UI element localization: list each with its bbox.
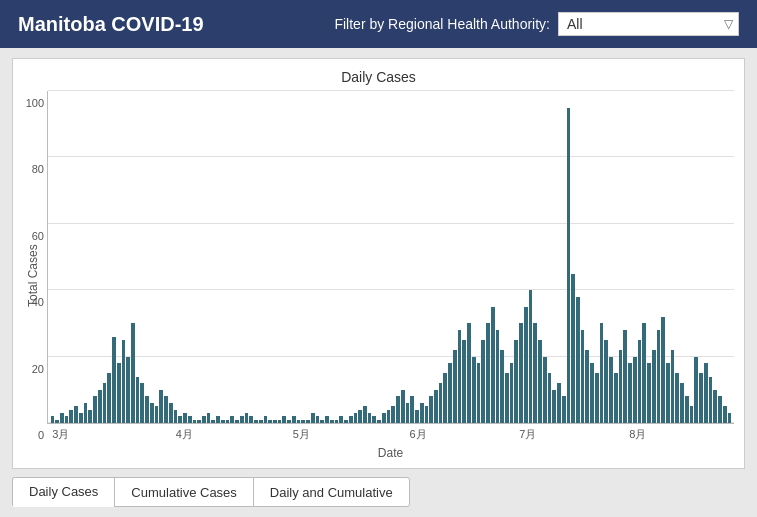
bar [344, 420, 348, 423]
bar [557, 383, 561, 423]
bar [481, 340, 485, 423]
bar [363, 406, 367, 423]
bar [477, 363, 481, 423]
bar [202, 416, 206, 423]
bar [533, 323, 537, 423]
bar [425, 406, 429, 423]
bar [505, 373, 509, 423]
y-tick-label: 80 [20, 163, 44, 175]
bar [661, 317, 665, 423]
bar [496, 330, 500, 423]
bar [652, 350, 656, 423]
bar [240, 416, 244, 423]
bar [249, 416, 253, 423]
x-tick-label: 7月 [519, 427, 536, 442]
bar [638, 340, 642, 423]
bar [292, 416, 296, 423]
bar [259, 420, 263, 423]
bar [406, 403, 410, 423]
bar [188, 416, 192, 423]
bar [401, 390, 405, 423]
bar [382, 413, 386, 423]
app-container: Manitoba COVID-19 Filter by Regional Hea… [0, 0, 757, 517]
bar [623, 330, 627, 423]
bar [164, 396, 168, 423]
bar [150, 403, 154, 423]
bar [93, 396, 97, 423]
bar [704, 363, 708, 423]
bar [396, 396, 400, 423]
bar [448, 363, 452, 423]
bar [510, 363, 514, 423]
bar [273, 420, 277, 423]
bar [65, 416, 69, 423]
bars-container [48, 91, 734, 423]
bar [694, 357, 698, 423]
bar [434, 390, 438, 423]
bar [377, 420, 381, 423]
bar [178, 416, 182, 423]
bar [278, 420, 282, 423]
bar [112, 337, 116, 423]
bar [349, 416, 353, 423]
bar [472, 357, 476, 423]
bar [155, 406, 159, 423]
bar [245, 413, 249, 423]
app-title: Manitoba COVID-19 [18, 13, 204, 36]
bar [590, 363, 594, 423]
bar [709, 377, 713, 423]
chart-plot: 020406080100 [47, 91, 734, 424]
tab-cumulative[interactable]: Cumulative Cases [114, 477, 254, 507]
bar [169, 403, 173, 423]
bar [619, 350, 623, 423]
bar [699, 373, 703, 423]
bar [282, 416, 286, 423]
bar [718, 396, 722, 423]
bar [486, 323, 490, 423]
chart-area: Total Cases 020406080100 3月4月5月6月7月8月 Da… [23, 91, 734, 460]
bar [84, 403, 88, 423]
tab-daily-cumulative[interactable]: Daily and Cumulative [253, 477, 410, 507]
bar [122, 340, 126, 423]
bar [207, 413, 211, 423]
bar [159, 390, 163, 423]
bar [103, 383, 107, 423]
bar [306, 420, 310, 423]
bar [548, 373, 552, 423]
bar [316, 416, 320, 423]
bar [107, 373, 111, 423]
filter-label: Filter by Regional Health Authority: [334, 16, 550, 32]
bar [467, 323, 471, 423]
y-axis-label: Total Cases [23, 91, 43, 460]
chart-container: Daily Cases Total Cases 020406080100 3月4… [12, 58, 745, 469]
bar [713, 390, 717, 423]
bar [538, 340, 542, 423]
bar [354, 413, 358, 423]
bar [439, 383, 443, 423]
bar [723, 406, 727, 423]
header: Manitoba COVID-19 Filter by Regional Hea… [0, 0, 757, 48]
bar [140, 383, 144, 423]
bar [235, 420, 239, 423]
tabs-container: Daily CasesCumulative CasesDaily and Cum… [0, 477, 757, 517]
bar [595, 373, 599, 423]
region-filter-select[interactable]: All Interlake-Eastern Northern Prairie M… [558, 12, 739, 36]
x-tick-label: 4月 [176, 427, 193, 442]
bar [600, 323, 604, 423]
bar [552, 390, 556, 423]
bar [671, 350, 675, 423]
bar [339, 416, 343, 423]
bar [519, 323, 523, 423]
bar [524, 307, 528, 423]
bar [609, 357, 613, 423]
tab-daily[interactable]: Daily Cases [12, 477, 115, 507]
bar [174, 410, 178, 423]
y-tick-label: 20 [20, 363, 44, 375]
bar [287, 420, 291, 423]
bar [221, 420, 225, 423]
bar [372, 416, 376, 423]
bar [543, 357, 547, 423]
bar [325, 416, 329, 423]
bar [79, 413, 83, 423]
bar [462, 340, 466, 423]
